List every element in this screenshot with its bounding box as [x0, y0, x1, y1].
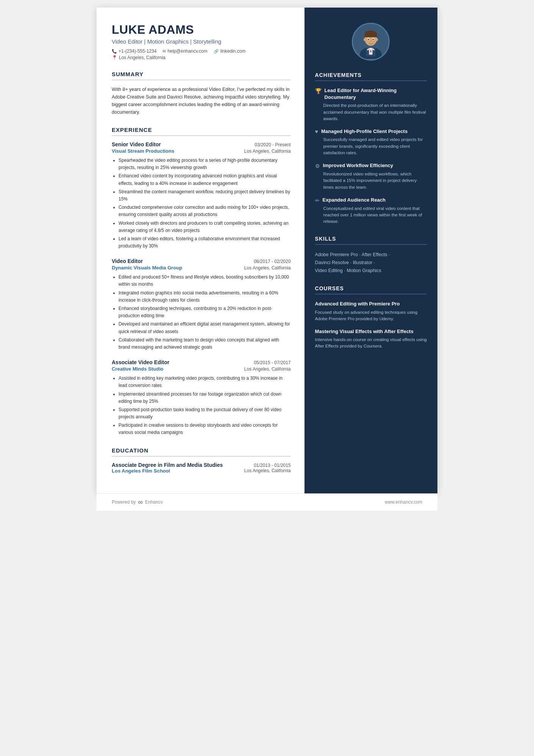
job-title-1: Senior Video Editor: [112, 141, 161, 147]
phone-icon: 📞: [112, 49, 117, 54]
phone-contact: 📞 +1-(234)-555-1234: [112, 49, 156, 54]
email-text: help@enhancv.com: [167, 49, 207, 54]
job-item-2: Video Editor 08/2017 - 02/2020 Dynamic V…: [112, 258, 291, 351]
achievement-title-1: Lead Editor for Award-Winning Documentar…: [325, 87, 427, 101]
footer-website: www.enhancv.com: [385, 499, 422, 505]
course-title-1: Advanced Editing with Premiere Pro: [315, 301, 427, 307]
bullet: Implemented streamlined processes for ra…: [119, 391, 291, 405]
course-title-2: Mastering Visual Effects with After Effe…: [315, 328, 427, 335]
bullet: Participated in creative sessions to dev…: [119, 422, 291, 436]
course-desc-2: Intensive hands-on course on creating vi…: [315, 337, 427, 350]
achievement-item-4: ✏ Expanded Audience Reach Conceptualized…: [315, 197, 427, 225]
candidate-title: Video Editor | Motion Graphics | Storyte…: [112, 38, 291, 45]
achievement-header-1: 🏆 Lead Editor for Award-Winning Document…: [315, 87, 427, 101]
link-icon: 🔗: [214, 49, 219, 54]
company-name-1: Visual Stream Productions: [112, 148, 174, 154]
edu-school-1: Los Angeles Film School: [112, 468, 170, 474]
linkedin-contact: 🔗 linkedin.com: [214, 49, 246, 54]
summary-section: SUMMARY With 8+ years of experience as a…: [112, 71, 291, 116]
education-section: EDUCATION Associate Degree in Film and M…: [112, 447, 291, 474]
company-location-2: Los Angeles, California: [244, 265, 291, 271]
achievement-header-2: ♥ Managed High-Profile Client Projects: [315, 128, 427, 135]
achievement-title-4: Expanded Audience Reach: [323, 197, 386, 203]
location-info: 📍 Los Angeles, California: [112, 55, 291, 60]
bullet: Integrated motion graphics into social m…: [119, 290, 291, 304]
course-item-2: Mastering Visual Effects with After Effe…: [315, 328, 427, 350]
enhancv-logo-icon: ∞: [138, 498, 143, 506]
experience-title: EXPERIENCE: [112, 127, 291, 136]
bullet: Spearheaded the video editing process fo…: [119, 157, 291, 171]
candidate-name: LUKE ADAMS: [112, 23, 291, 37]
achievement-desc-1: Directed the post-production of an inter…: [323, 102, 427, 122]
skills-title: SKILLS: [315, 236, 427, 245]
job-header-3: Associate Video Editor 05/2015 - 07/2017: [112, 359, 291, 365]
edu-degree-1: Associate Degree in Film and Media Studi…: [112, 462, 223, 468]
job-dates-1: 03/2020 - Present: [255, 142, 290, 147]
achievement-icon-3: ⚙: [315, 163, 320, 169]
courses-title: COURSES: [315, 285, 427, 294]
job-bullets-3: Assisted in editing key marketing video …: [112, 375, 291, 437]
experience-section: EXPERIENCE Senior Video Editor 03/2020 -…: [112, 127, 291, 437]
company-row-1: Visual Stream Productions Los Angeles, C…: [112, 148, 291, 154]
bullet: Enhanced video content by incorporating …: [119, 172, 291, 187]
company-name-3: Creative Minds Studio: [112, 366, 164, 372]
edu-location-1: Los Angeles, California: [244, 468, 291, 474]
bullet: Developed and maintained an efficient di…: [119, 321, 291, 335]
left-column: LUKE ADAMS Video Editor | Motion Graphic…: [97, 8, 304, 493]
company-row-2: Dynamic Visuals Media Group Los Angeles,…: [112, 265, 291, 271]
summary-text: With 8+ years of experience as a profess…: [112, 86, 291, 116]
achievement-desc-4: Conceptualized and edited viral video co…: [323, 205, 427, 225]
job-dates-2: 08/2017 - 02/2020: [254, 259, 290, 264]
skills-text: Adobe Premiere Pro · After Effects · Dav…: [315, 251, 427, 275]
skills-line-2: Davinci Resolve · Illustrator ·: [315, 260, 375, 265]
edu-dates-1: 01/2013 - 01/2015: [254, 463, 290, 468]
company-name-2: Dynamic Visuals Media Group: [112, 265, 182, 271]
svg-point-10: [368, 39, 369, 40]
bullet: Edited and produced 50+ fitness and life…: [119, 274, 291, 288]
achievements-section: ACHIEVEMENTS 🏆 Lead Editor for Award-Win…: [315, 72, 427, 225]
achievement-item-3: ⚙ Improved Workflow Efficiency Revolutio…: [315, 162, 427, 191]
achievements-title: ACHIEVEMENTS: [315, 72, 427, 81]
footer-left: Powered by ∞ Enhancv: [112, 498, 163, 506]
skills-line-1: Adobe Premiere Pro · After Effects ·: [315, 252, 390, 257]
powered-by-text: Powered by: [112, 499, 136, 505]
bullet: Supported post-production tasks leading …: [119, 406, 291, 421]
edu-item-1: Associate Degree in Film and Media Studi…: [112, 462, 291, 474]
job-item-1: Senior Video Editor 03/2020 - Present Vi…: [112, 141, 291, 250]
avatar-image: [354, 25, 388, 59]
company-location-1: Los Angeles, California: [244, 149, 291, 154]
education-title: EDUCATION: [112, 447, 291, 457]
email-icon: ✉: [162, 49, 166, 54]
course-desc-1: Focused study on advanced editing techni…: [315, 309, 427, 322]
achievement-desc-2: Successfully managed and edited video pr…: [323, 136, 427, 156]
courses-section: COURSES Advanced Editing with Premiere P…: [315, 285, 427, 349]
svg-point-11: [373, 39, 374, 40]
skills-section: SKILLS Adobe Premiere Pro · After Effect…: [315, 236, 427, 275]
achievement-title-3: Improved Workflow Efficiency: [323, 162, 393, 169]
summary-title: SUMMARY: [112, 71, 291, 80]
linkedin-text: linkedin.com: [220, 49, 246, 54]
bullet: Led a team of video editors, fostering a…: [119, 235, 291, 250]
achievement-item-2: ♥ Managed High-Profile Client Projects S…: [315, 128, 427, 156]
edu-school-row-1: Los Angeles Film School Los Angeles, Cal…: [112, 468, 291, 474]
job-dates-3: 05/2015 - 07/2017: [254, 360, 290, 365]
achievement-header-4: ✏ Expanded Audience Reach: [315, 197, 427, 204]
brand-name: Enhancv: [145, 499, 163, 505]
edu-header-1: Associate Degree in Film and Media Studi…: [112, 462, 291, 468]
job-bullets-1: Spearheaded the video editing process fo…: [112, 157, 291, 250]
job-bullets-2: Edited and produced 50+ fitness and life…: [112, 274, 291, 351]
job-header-1: Senior Video Editor 03/2020 - Present: [112, 141, 291, 147]
avatar: [352, 23, 390, 61]
bullet: Collaborated with the marketing team to …: [119, 337, 291, 351]
achievement-icon-1: 🏆: [315, 88, 322, 94]
achievement-item-1: 🏆 Lead Editor for Award-Winning Document…: [315, 87, 427, 122]
footer: Powered by ∞ Enhancv www.enhancv.com: [97, 493, 437, 511]
bullet: Streamlined the content management workf…: [119, 188, 291, 203]
bullet: Conducted comprehensive color correction…: [119, 204, 291, 218]
achievement-icon-2: ♥: [315, 129, 318, 135]
job-header-2: Video Editor 08/2017 - 02/2020: [112, 258, 291, 264]
svg-point-12: [370, 41, 372, 42]
job-item-3: Associate Video Editor 05/2015 - 07/2017…: [112, 359, 291, 437]
achievement-title-2: Managed High-Profile Client Projects: [321, 128, 408, 135]
right-column: ACHIEVEMENTS 🏆 Lead Editor for Award-Win…: [304, 8, 437, 493]
